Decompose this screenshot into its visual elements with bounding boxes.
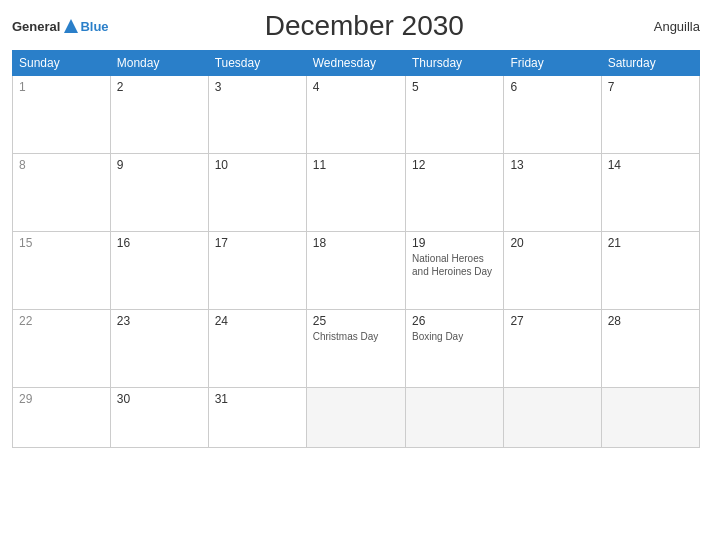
- calendar-cell: 23: [110, 310, 208, 388]
- day-number: 24: [215, 314, 300, 328]
- weekday-friday: Friday: [504, 51, 601, 76]
- logo-icon: [62, 17, 80, 35]
- day-number: 18: [313, 236, 399, 250]
- day-number: 9: [117, 158, 202, 172]
- week-row-3: 1516171819National Heroes and Heroines D…: [13, 232, 700, 310]
- day-number: 21: [608, 236, 693, 250]
- day-number: 25: [313, 314, 399, 328]
- day-number: 15: [19, 236, 104, 250]
- calendar-cell: 21: [601, 232, 699, 310]
- day-number: 2: [117, 80, 202, 94]
- day-number: 31: [215, 392, 300, 406]
- week-row-2: 891011121314: [13, 154, 700, 232]
- calendar-cell: 16: [110, 232, 208, 310]
- calendar-cell: 25Christmas Day: [306, 310, 405, 388]
- weekday-wednesday: Wednesday: [306, 51, 405, 76]
- calendar-cell: 31: [208, 388, 306, 448]
- calendar-cell: 30: [110, 388, 208, 448]
- calendar-cell: 10: [208, 154, 306, 232]
- calendar-cell: 14: [601, 154, 699, 232]
- calendar-cell: 29: [13, 388, 111, 448]
- day-number: 5: [412, 80, 497, 94]
- logo: General Blue: [12, 17, 109, 35]
- week-row-5: 293031: [13, 388, 700, 448]
- calendar-cell: 27: [504, 310, 601, 388]
- day-number: 17: [215, 236, 300, 250]
- day-number: 23: [117, 314, 202, 328]
- calendar-cell: 7: [601, 76, 699, 154]
- calendar-table: SundayMondayTuesdayWednesdayThursdayFrid…: [12, 50, 700, 448]
- calendar-cell: 18: [306, 232, 405, 310]
- logo-general-text: General: [12, 19, 60, 34]
- day-number: 27: [510, 314, 594, 328]
- day-number: 4: [313, 80, 399, 94]
- day-number: 3: [215, 80, 300, 94]
- calendar-cell: 5: [406, 76, 504, 154]
- weekday-saturday: Saturday: [601, 51, 699, 76]
- calendar-cell: 24: [208, 310, 306, 388]
- country-label: Anguilla: [620, 19, 700, 34]
- calendar-cell: [406, 388, 504, 448]
- calendar-cell: 2: [110, 76, 208, 154]
- weekday-thursday: Thursday: [406, 51, 504, 76]
- week-row-4: 22232425Christmas Day26Boxing Day2728: [13, 310, 700, 388]
- day-events: Christmas Day: [313, 330, 399, 343]
- day-events: Boxing Day: [412, 330, 497, 343]
- calendar-cell: 13: [504, 154, 601, 232]
- day-number: 16: [117, 236, 202, 250]
- svg-marker-0: [64, 19, 78, 33]
- day-number: 12: [412, 158, 497, 172]
- day-number: 19: [412, 236, 497, 250]
- day-number: 8: [19, 158, 104, 172]
- calendar-cell: 17: [208, 232, 306, 310]
- day-number: 6: [510, 80, 594, 94]
- weekday-header-row: SundayMondayTuesdayWednesdayThursdayFrid…: [13, 51, 700, 76]
- calendar-cell: 1: [13, 76, 111, 154]
- weekday-tuesday: Tuesday: [208, 51, 306, 76]
- day-number: 13: [510, 158, 594, 172]
- day-number: 26: [412, 314, 497, 328]
- calendar-cell: 26Boxing Day: [406, 310, 504, 388]
- weekday-monday: Monday: [110, 51, 208, 76]
- calendar-cell: 19National Heroes and Heroines Day: [406, 232, 504, 310]
- day-number: 11: [313, 158, 399, 172]
- calendar-cell: 11: [306, 154, 405, 232]
- month-title: December 2030: [109, 10, 620, 42]
- day-number: 1: [19, 80, 104, 94]
- calendar-cell: 28: [601, 310, 699, 388]
- calendar-cell: 6: [504, 76, 601, 154]
- day-number: 29: [19, 392, 104, 406]
- day-number: 7: [608, 80, 693, 94]
- day-number: 30: [117, 392, 202, 406]
- day-number: 14: [608, 158, 693, 172]
- day-number: 22: [19, 314, 104, 328]
- logo-blue-text: Blue: [80, 19, 108, 34]
- calendar-cell: [601, 388, 699, 448]
- day-number: 10: [215, 158, 300, 172]
- calendar-cell: 15: [13, 232, 111, 310]
- day-events: National Heroes and Heroines Day: [412, 252, 497, 278]
- calendar-cell: 4: [306, 76, 405, 154]
- calendar-cell: [306, 388, 405, 448]
- calendar-cell: 20: [504, 232, 601, 310]
- day-number: 20: [510, 236, 594, 250]
- calendar-cell: [504, 388, 601, 448]
- calendar-cell: 3: [208, 76, 306, 154]
- day-number: 28: [608, 314, 693, 328]
- calendar-cell: 12: [406, 154, 504, 232]
- calendar-cell: 9: [110, 154, 208, 232]
- calendar-cell: 22: [13, 310, 111, 388]
- week-row-1: 1234567: [13, 76, 700, 154]
- calendar-header: General Blue December 2030 Anguilla: [12, 10, 700, 42]
- calendar-wrapper: General Blue December 2030 Anguilla Sund…: [0, 0, 712, 550]
- calendar-cell: 8: [13, 154, 111, 232]
- weekday-sunday: Sunday: [13, 51, 111, 76]
